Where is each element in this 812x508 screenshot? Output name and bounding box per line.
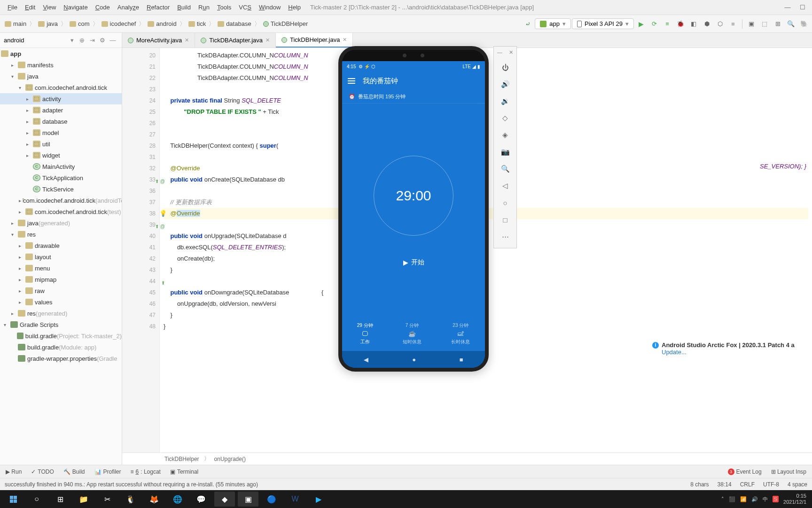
timer-display[interactable]: 29:00 [374, 156, 453, 236]
tencent-icon[interactable]: 🔵 [261, 492, 282, 507]
word-icon[interactable]: W [285, 492, 305, 507]
emulator-window[interactable]: 4:15 ⚙ ⚡ ⬡ LTE◢▮ 我的番茄钟 ⏰ 番茄总时间 195 分钟 29… [338, 46, 489, 372]
project-tree[interactable]: app ▸manifests▾java▾com.icodechef.androi… [0, 48, 122, 465]
sync-icon[interactable]: ⤾ [522, 18, 534, 30]
tree-item-menu[interactable]: ▸menu [0, 262, 122, 274]
android-studio-icon[interactable]: ◆ [214, 492, 235, 507]
rotate-left-icon[interactable]: ◇ [494, 110, 516, 127]
menu-edit[interactable]: Edit [21, 2, 39, 13]
edge-icon[interactable]: 🌐 [167, 492, 188, 507]
tree-item-MainActivity[interactable]: CMainActivity [0, 161, 122, 172]
menu-vcs[interactable]: VCS [235, 2, 255, 13]
editor-breadcrumb[interactable]: TickDBHelper〉onUpgrade() [122, 452, 812, 465]
tree-item-com-icodechef-android-tick[interactable]: ▸com.icodechef.android.tick (test) [0, 206, 122, 217]
tree-root[interactable]: app [0, 48, 122, 59]
tab-TickDBAdapter.java[interactable]: TickDBAdapter.java✕ [195, 33, 276, 48]
toolwin-Profiler[interactable]: 📊 Profiler [91, 468, 125, 476]
volume-up-icon[interactable]: 🔊 [494, 76, 516, 93]
menu-window[interactable]: Window [255, 2, 284, 13]
menu-refactor[interactable]: Refactor [143, 2, 173, 13]
tree-item-widget[interactable]: ▸widget [0, 150, 122, 161]
breadcrumb-main[interactable]: main [2, 19, 29, 28]
apply-changes-button[interactable]: ⟳ [648, 18, 660, 30]
tree-item-TickService[interactable]: CTickService [0, 183, 122, 195]
project-view-selector[interactable]: android [4, 37, 70, 44]
emu-overview-icon[interactable]: □ [494, 211, 516, 228]
close-icon[interactable]: ✕ [343, 37, 347, 43]
emu-min-icon[interactable]: — [497, 49, 502, 59]
stop-button[interactable]: ■ [727, 18, 739, 30]
volume-icon[interactable]: 🔊 [751, 496, 758, 502]
menu-analyze[interactable]: Analyze [114, 2, 143, 13]
recents-button[interactable]: ■ [460, 356, 463, 363]
resource-manager-button[interactable]: 🔍 [785, 18, 797, 30]
collapse-icon[interactable]: ⇥ [87, 37, 97, 44]
home-button[interactable]: ● [412, 356, 416, 363]
tree-item-build-gradle[interactable]: build.gradle (Project: Tick-master_2) [0, 330, 122, 341]
debug-button[interactable]: 🐞 [674, 18, 687, 30]
device-selector[interactable]: Pixel 3 API 29 ▾ [572, 18, 634, 29]
snip-icon[interactable]: ✂ [97, 492, 117, 507]
tree-item-TickApplication[interactable]: CTickApplication [0, 172, 122, 183]
tray-chevron-icon[interactable]: ˄ [721, 496, 724, 502]
status-pos[interactable]: 38:14 [718, 481, 732, 488]
tree-item-manifests[interactable]: ▸manifests [0, 59, 122, 71]
apply-code-button[interactable]: ≡ [661, 18, 673, 30]
settings-icon[interactable]: ⚙ [97, 37, 108, 44]
notification-balloon[interactable]: iAndroid Studio Arctic Fox | 2020.3.1 Pa… [652, 341, 807, 356]
hamburger-icon[interactable] [348, 78, 355, 84]
breadcrumb-com[interactable]: com [67, 19, 93, 28]
sync-gradle-button[interactable]: 🐘 [798, 18, 810, 30]
editor-gutter[interactable]: 202122232425262728313233⬆ @363738💡39⬆ @4… [122, 48, 160, 452]
emulator-task-icon[interactable]: ▣ [238, 492, 258, 507]
attach-debugger-button[interactable]: ⬡ [714, 18, 726, 30]
cortana-icon[interactable]: ○ [26, 492, 47, 507]
player-icon[interactable]: ▶ [308, 492, 329, 507]
volume-down-icon[interactable]: 🔉 [494, 93, 516, 110]
toolwin-Build[interactable]: 🔨 Build [60, 468, 89, 476]
menu-build[interactable]: Build [173, 2, 195, 13]
breadcrumb-TickDBHelper[interactable]: TickDBHelper [260, 19, 311, 28]
nav-item-2[interactable]: 23 分钟🛋长时休息 [451, 322, 470, 345]
tree-item-com-icodechef-android-tick[interactable]: ▸com.icodechef.android.tick (androidTest… [0, 195, 122, 206]
screenshot-icon[interactable]: 📷 [494, 143, 516, 160]
tree-item-raw[interactable]: ▸raw [0, 285, 122, 296]
status-indent[interactable]: 4 space [788, 481, 807, 488]
profiler-button[interactable]: ◧ [687, 18, 700, 30]
start-button-win[interactable] [3, 492, 23, 507]
close-icon[interactable]: ✕ [265, 37, 270, 43]
toolwin-EventLog[interactable]: 3 Event Log [724, 468, 765, 476]
menu-navigate[interactable]: Navigate [60, 2, 91, 13]
tree-item-values[interactable]: ▸values [0, 296, 122, 308]
tree-item-model[interactable]: ▸model [0, 127, 122, 138]
layout-inspector-button[interactable]: ⊞ [772, 18, 784, 30]
tab-TickDBHelper.java[interactable]: TickDBHelper.java✕ [276, 33, 353, 48]
update-link[interactable]: Update... [662, 349, 807, 356]
menu-run[interactable]: Run [195, 2, 213, 13]
tree-item-util[interactable]: ▸util [0, 138, 122, 150]
close-icon[interactable]: ✕ [185, 37, 189, 43]
tray-app-icon[interactable]: ⬛ [729, 496, 735, 502]
menu-view[interactable]: View [39, 2, 60, 13]
tree-item-database[interactable]: ▸database [0, 116, 122, 127]
emu-more-icon[interactable]: ⋯ [494, 228, 516, 245]
minimize-button[interactable]: — [782, 4, 793, 11]
toolwin-Run[interactable]: ▶ Run [2, 468, 25, 476]
system-tray[interactable]: ˄ ⬛ 📶 🔊 中 S 0:152021/12/1 [721, 493, 809, 505]
taskbar-clock[interactable]: 0:152021/12/1 [783, 493, 806, 505]
tree-item-com-icodechef-android-tick[interactable]: ▾com.icodechef.android.tick [0, 82, 122, 93]
tab-MoreActivity.java[interactable]: MoreActivity.java✕ [122, 33, 195, 48]
toolwin-TODO[interactable]: ✓ TODO [27, 468, 57, 476]
emu-back-icon[interactable]: ◁ [494, 177, 516, 194]
app-screen[interactable]: 4:15 ⚙ ⚡ ⬡ LTE◢▮ 我的番茄钟 ⏰ 番茄总时间 195 分钟 29… [342, 61, 485, 368]
power-icon[interactable]: ⏻ [494, 59, 516, 76]
menu-code[interactable]: Code [92, 2, 114, 13]
emu-home-icon[interactable]: ○ [494, 194, 516, 211]
run-config-selector[interactable]: app ▾ [535, 18, 571, 29]
breadcrumb-database[interactable]: database [215, 19, 254, 28]
tree-item-Gradle Scripts[interactable]: ▾Gradle Scripts [0, 319, 122, 330]
tree-item-mipmap[interactable]: ▸mipmap [0, 274, 122, 285]
coverage-button[interactable]: ⬢ [701, 18, 713, 30]
firefox-icon[interactable]: 🦊 [144, 492, 164, 507]
qq-icon[interactable]: 🐧 [120, 492, 141, 507]
